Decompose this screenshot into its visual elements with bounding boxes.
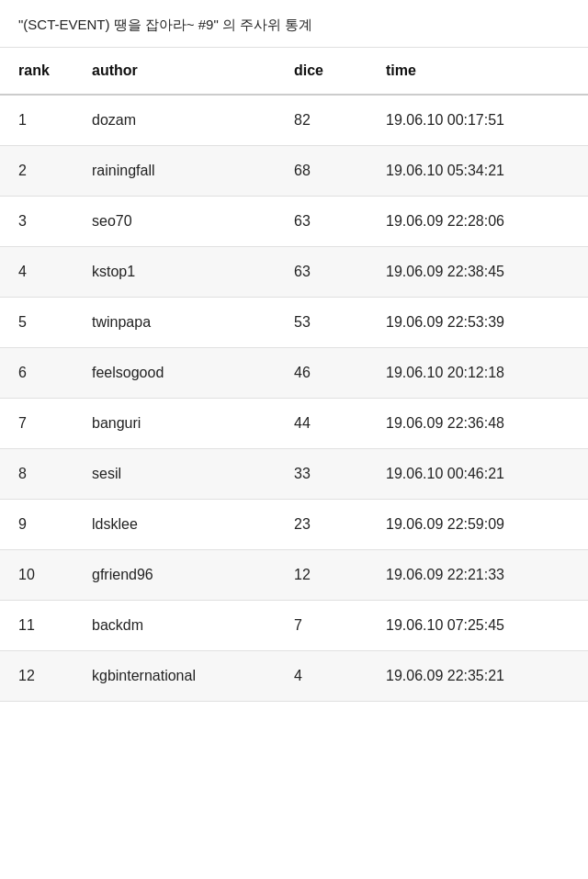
cell-time: 19.06.10 00:17:51: [368, 95, 588, 146]
table-row: 9ldsklee2319.06.09 22:59:09: [0, 500, 588, 550]
table-row: 6feelsogood4619.06.10 20:12:18: [0, 348, 588, 399]
cell-time: 19.06.10 05:34:21: [368, 146, 588, 197]
table-row: 11backdm719.06.10 07:25:45: [0, 601, 588, 651]
cell-author: gfriend96: [74, 550, 276, 601]
cell-rank: 9: [0, 500, 74, 550]
table-row: 5twinpapa5319.06.09 22:53:39: [0, 298, 588, 348]
cell-rank: 8: [0, 449, 74, 500]
cell-time: 19.06.09 22:21:33: [368, 550, 588, 601]
cell-time: 19.06.10 00:46:21: [368, 449, 588, 500]
cell-rank: 12: [0, 651, 74, 702]
table-header-row: rank author dice time: [0, 48, 588, 95]
cell-time: 19.06.10 20:12:18: [368, 348, 588, 399]
cell-author: ldsklee: [74, 500, 276, 550]
cell-rank: 3: [0, 197, 74, 247]
cell-time: 19.06.09 22:59:09: [368, 500, 588, 550]
cell-dice: 33: [276, 449, 368, 500]
table-row: 10gfriend961219.06.09 22:21:33: [0, 550, 588, 601]
stats-table: rank author dice time 1dozam8219.06.10 0…: [0, 48, 588, 702]
cell-author: backdm: [74, 601, 276, 651]
cell-author: rainingfall: [74, 146, 276, 197]
cell-author: seo70: [74, 197, 276, 247]
cell-author: kstop1: [74, 247, 276, 298]
cell-time: 19.06.09 22:28:06: [368, 197, 588, 247]
cell-author: kgbinternational: [74, 651, 276, 702]
page-header: "(SCT-EVENT) 땡을 잡아라~ #9" 의 주사위 통계: [0, 0, 588, 48]
cell-time: 19.06.09 22:35:21: [368, 651, 588, 702]
cell-author: banguri: [74, 399, 276, 449]
table-row: 7banguri4419.06.09 22:36:48: [0, 399, 588, 449]
cell-rank: 1: [0, 95, 74, 146]
table-row: 1dozam8219.06.10 00:17:51: [0, 95, 588, 146]
table-row: 2rainingfall6819.06.10 05:34:21: [0, 146, 588, 197]
table-row: 12kgbinternational419.06.09 22:35:21: [0, 651, 588, 702]
cell-dice: 4: [276, 651, 368, 702]
cell-rank: 5: [0, 298, 74, 348]
cell-dice: 23: [276, 500, 368, 550]
cell-dice: 82: [276, 95, 368, 146]
cell-dice: 63: [276, 197, 368, 247]
cell-rank: 6: [0, 348, 74, 399]
cell-time: 19.06.09 22:38:45: [368, 247, 588, 298]
cell-rank: 10: [0, 550, 74, 601]
page-title: "(SCT-EVENT) 땡을 잡아라~ #9" 의 주사위 통계: [18, 17, 312, 32]
col-header-author: author: [74, 48, 276, 95]
cell-rank: 7: [0, 399, 74, 449]
cell-dice: 44: [276, 399, 368, 449]
cell-author: twinpapa: [74, 298, 276, 348]
table-row: 8sesil3319.06.10 00:46:21: [0, 449, 588, 500]
cell-rank: 11: [0, 601, 74, 651]
cell-author: sesil: [74, 449, 276, 500]
cell-dice: 12: [276, 550, 368, 601]
cell-dice: 63: [276, 247, 368, 298]
table-row: 4kstop16319.06.09 22:38:45: [0, 247, 588, 298]
col-header-dice: dice: [276, 48, 368, 95]
cell-dice: 7: [276, 601, 368, 651]
cell-time: 19.06.09 22:36:48: [368, 399, 588, 449]
cell-dice: 68: [276, 146, 368, 197]
cell-time: 19.06.09 22:53:39: [368, 298, 588, 348]
table-row: 3seo706319.06.09 22:28:06: [0, 197, 588, 247]
col-header-rank: rank: [0, 48, 74, 95]
cell-dice: 53: [276, 298, 368, 348]
cell-author: dozam: [74, 95, 276, 146]
cell-time: 19.06.10 07:25:45: [368, 601, 588, 651]
cell-rank: 2: [0, 146, 74, 197]
cell-rank: 4: [0, 247, 74, 298]
cell-dice: 46: [276, 348, 368, 399]
cell-author: feelsogood: [74, 348, 276, 399]
col-header-time: time: [368, 48, 588, 95]
